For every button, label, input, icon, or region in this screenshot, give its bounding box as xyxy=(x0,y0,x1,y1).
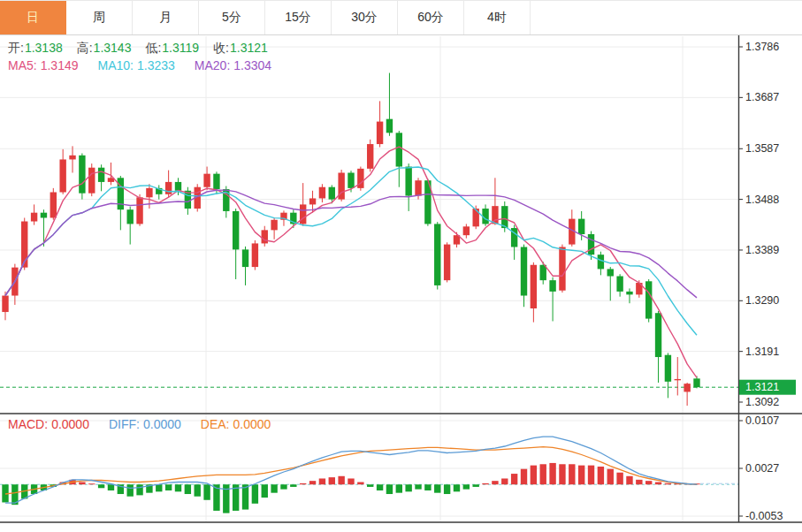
svg-text:0.0107: 0.0107 xyxy=(745,414,779,427)
ma20-value: 1.3304 xyxy=(233,58,271,72)
ma10-label: MA10: xyxy=(98,58,134,72)
svg-text:1.3587: 1.3587 xyxy=(745,142,779,155)
ma5-label: MA5: xyxy=(8,58,37,72)
open-label: 开: xyxy=(8,41,24,55)
high-label: 高: xyxy=(77,41,93,55)
grid-lines xyxy=(0,36,738,521)
y-axis-labels: 1.37861.36871.35871.34881.33891.32901.31… xyxy=(738,41,783,522)
macd-label: MACD: xyxy=(8,417,48,431)
diff-value: 0.0000 xyxy=(143,417,181,431)
tab-15分[interactable]: 15分 xyxy=(265,1,332,34)
tab-周[interactable]: 周 xyxy=(66,1,133,34)
dea-label: DEA: xyxy=(201,417,230,431)
svg-text:1.3786: 1.3786 xyxy=(745,41,779,53)
open-value: 1.3138 xyxy=(25,41,63,55)
svg-text:1.3687: 1.3687 xyxy=(745,91,779,103)
dea-value: 0.0000 xyxy=(233,417,271,431)
tab-5分[interactable]: 5分 xyxy=(199,1,265,34)
high-value: 1.3143 xyxy=(94,41,132,55)
svg-text:1.3191: 1.3191 xyxy=(745,346,779,358)
diff-label: DIFF: xyxy=(109,417,140,431)
tab-月[interactable]: 月 xyxy=(133,1,199,34)
ma10-value: 1.3233 xyxy=(137,58,175,72)
kline-chart-app: 日周月5分15分30分60分4时 开:1.3138高:1.3143低:1.311… xyxy=(0,0,802,532)
svg-text:1.3092: 1.3092 xyxy=(745,396,779,408)
tab-4时[interactable]: 4时 xyxy=(464,1,531,34)
tab-60分[interactable]: 60分 xyxy=(398,1,464,34)
svg-text:0.0027: 0.0027 xyxy=(745,462,779,475)
macd-lines xyxy=(5,437,738,503)
macd-histogram xyxy=(2,463,699,513)
timeframe-tabs: 日周月5分15分30分60分4时 xyxy=(0,0,802,35)
low-value: 1.3119 xyxy=(162,41,199,55)
ma5-value: 1.3149 xyxy=(41,58,79,72)
current-price-tag: 1.3121 xyxy=(739,380,796,395)
ma20-label: MA20: xyxy=(195,58,230,72)
macd-legend: MACD:0.0000DIFF:0.0000DEA:0.0000 xyxy=(8,417,290,431)
svg-text:1.3121: 1.3121 xyxy=(745,381,779,393)
ohlc-legend: 开:1.3138高:1.3143低:1.3119收:1.3121 xyxy=(8,41,282,57)
macd-value: 0.0000 xyxy=(51,417,89,431)
svg-text:1.3290: 1.3290 xyxy=(745,294,779,307)
close-value: 1.3121 xyxy=(230,41,268,55)
tab-日[interactable]: 日 xyxy=(0,1,66,34)
svg-text:-0.0053: -0.0053 xyxy=(745,510,783,522)
svg-text:1.3389: 1.3389 xyxy=(745,244,779,256)
close-label: 收: xyxy=(213,41,229,55)
candles xyxy=(2,73,699,407)
candlestick-macd-chart[interactable]: 1.37861.36871.35871.34881.33891.32901.31… xyxy=(0,35,802,532)
svg-text:1.3488: 1.3488 xyxy=(745,194,779,206)
low-label: 低: xyxy=(145,41,161,55)
tab-30分[interactable]: 30分 xyxy=(332,1,398,34)
ma-legend: MA5:1.3149MA10:1.3233MA20:1.3304 xyxy=(8,58,291,72)
